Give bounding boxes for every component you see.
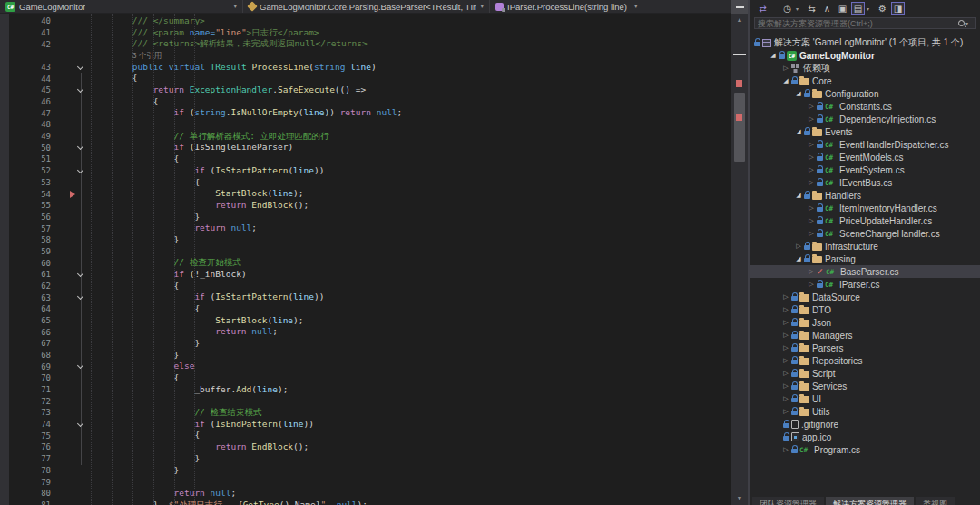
code-line[interactable]: 72: [0, 395, 731, 407]
code-line[interactable]: 63if (IsStartPattern(line)): [0, 292, 731, 303]
code-line[interactable]: 64{: [0, 303, 731, 315]
line-number[interactable]: 42: [24, 40, 51, 49]
tree-item-.gitignore[interactable]: .gitignore: [750, 418, 980, 431]
split-window-button[interactable]: [731, 0, 748, 14]
code-line[interactable]: 51{: [0, 153, 731, 165]
collapse-arrow-icon[interactable]: ◢: [794, 128, 803, 135]
line-number[interactable]: 70: [24, 373, 51, 382]
expand-arrow-icon[interactable]: ▷: [807, 115, 816, 123]
code-line[interactable]: 47if (string.IsNullOrEmpty(line)) return…: [0, 107, 731, 119]
line-number[interactable]: 72: [24, 397, 51, 406]
line-number[interactable]: 49: [24, 132, 51, 141]
line-number[interactable]: 68: [24, 351, 51, 360]
code-line[interactable]: 49// 单行解析器模式: 立即处理匹配的行: [0, 131, 731, 143]
code-line[interactable]: 77}: [0, 453, 731, 465]
line-number[interactable]: 77: [24, 454, 51, 463]
line-number[interactable]: 79: [24, 478, 51, 487]
collapse-arrow-icon[interactable]: ◢: [794, 192, 803, 199]
tree-item-parsers[interactable]: ▷Parsers: [750, 342, 980, 354]
code-line[interactable]: 50if (IsSingleLineParser): [0, 142, 731, 153]
filter-caret-icon[interactable]: ▾: [796, 5, 803, 12]
line-number[interactable]: 41: [24, 28, 51, 37]
code-line[interactable]: 45return ExceptionHandler.SafeExecute(()…: [0, 84, 731, 96]
scroll-down-icon[interactable]: ▼: [731, 494, 748, 503]
fold-chevron-icon[interactable]: [77, 64, 83, 70]
line-number[interactable]: 78: [24, 466, 51, 475]
line-number[interactable]: 61: [24, 270, 51, 279]
chevron-down-icon[interactable]: ▾: [631, 3, 642, 10]
line-number[interactable]: 63: [24, 293, 51, 302]
code-line[interactable]: 65StartBlock(line);: [0, 315, 731, 327]
expand-arrow-icon[interactable]: ▷: [781, 319, 790, 326]
search-box[interactable]: ▾: [754, 17, 976, 29]
expand-arrow-icon[interactable]: ▷: [807, 103, 816, 110]
code-line[interactable]: 78}: [0, 465, 731, 477]
collapse-arrow-icon[interactable]: ◢: [794, 255, 803, 262]
codelens-row[interactable]: 3 个引用: [0, 50, 731, 62]
tree-item-eventmodels.cs[interactable]: ▷C#EventModels.cs: [750, 151, 980, 163]
code-line[interactable]: 74if (IsEndPattern(line)): [0, 419, 731, 431]
fold-chevron-icon[interactable]: [77, 362, 83, 369]
code-line[interactable]: 67}: [0, 338, 731, 350]
preview-selected-items-icon[interactable]: ◨: [891, 2, 905, 15]
tree-item-repositories[interactable]: ▷Repositories: [750, 354, 980, 367]
line-number[interactable]: 60: [24, 259, 51, 268]
line-number[interactable]: 62: [24, 282, 51, 291]
fold-chevron-icon[interactable]: [77, 167, 83, 173]
line-number[interactable]: 58: [24, 235, 51, 244]
collapse-arrow-icon[interactable]: ◢: [794, 90, 803, 97]
chevron-down-icon[interactable]: ▾: [233, 3, 237, 10]
line-number[interactable]: 56: [24, 213, 51, 222]
tree-item-dto[interactable]: ▷DTO: [750, 303, 980, 316]
scroll-up-icon[interactable]: ▲: [731, 15, 748, 25]
line-number[interactable]: 71: [24, 385, 51, 394]
code-line[interactable]: 42/// <returns>解析结果，未完成则返回null</returns>: [0, 38, 731, 50]
type-dropdown[interactable]: GameLogMonitor.Core.Parsing.BaseParser<T…: [243, 0, 490, 13]
code-line[interactable]: 48: [0, 119, 731, 131]
tree-item-eventhandlerdispatcher.cs[interactable]: ▷C#EventHandlerDispatcher.cs: [750, 138, 980, 151]
line-number[interactable]: 44: [24, 74, 51, 84]
line-number[interactable]: 48: [24, 120, 51, 129]
expand-arrow-icon[interactable]: ▷: [781, 370, 790, 377]
scrollbar-thumb[interactable]: [734, 93, 745, 162]
code-line[interactable]: 57return null;: [0, 223, 731, 234]
expand-arrow-icon[interactable]: ▷: [781, 408, 790, 415]
chevron-down-icon[interactable]: ▾: [480, 3, 484, 10]
tree-item-ieventbus.cs[interactable]: ▷C#IEventBus.cs: [750, 176, 980, 189]
code-line[interactable]: 81}, $"处理日志行 - {GetType().Name}", null);: [0, 500, 731, 505]
code-line[interactable]: 76return EndBlock();: [0, 441, 731, 453]
show-all-files-icon[interactable]: ▤: [851, 2, 865, 15]
show-all-files-caret-icon[interactable]: ▾: [867, 5, 874, 12]
tree-item-json[interactable]: ▷Json: [750, 316, 980, 329]
code-line[interactable]: 54StartBlock(line);: [0, 188, 731, 200]
collapse-arrow-icon[interactable]: ◢: [781, 77, 790, 84]
expand-arrow-icon[interactable]: ▷: [807, 268, 816, 275]
tree-item-infrastructure[interactable]: ▷Infrastructure: [750, 240, 980, 252]
dock-tab-active[interactable]: 解决方案资源管理器: [826, 497, 914, 505]
tree-item-iparser.cs[interactable]: ▷C#IParser.cs: [750, 278, 980, 291]
fold-chevron-icon[interactable]: [77, 293, 83, 300]
line-number[interactable]: 73: [24, 408, 51, 417]
tree-item-constants.cs[interactable]: ▷C#Constants.cs: [750, 100, 980, 113]
line-number[interactable]: 81: [24, 500, 51, 505]
sync-with-active-document-icon[interactable]: ⇆: [805, 2, 818, 15]
expand-arrow-icon[interactable]: ▷: [807, 141, 816, 148]
line-number[interactable]: 64: [24, 304, 51, 313]
member-dropdown[interactable]: IParser.ProcessLine(string line) ▾: [490, 0, 748, 13]
search-icon[interactable]: [957, 19, 965, 27]
code-line[interactable]: 44{: [0, 73, 731, 84]
code-line[interactable]: 53{: [0, 177, 731, 189]
tree-item-script[interactable]: ▷Script: [750, 367, 980, 380]
code-line[interactable]: 56}: [0, 212, 731, 223]
tree-item-services[interactable]: ▷Services: [750, 380, 980, 392]
expand-arrow-icon[interactable]: ▷: [781, 357, 790, 364]
tree-item-datasource[interactable]: ▷DataSource: [750, 291, 980, 303]
tree-item-baseparser.cs[interactable]: ▷✓C#BaseParser.cs: [750, 265, 980, 278]
line-number[interactable]: 40: [24, 16, 51, 25]
search-caret-icon[interactable]: ▾: [965, 20, 973, 26]
tree-item-priceupdatehandler.cs[interactable]: ▷C#PriceUpdateHandler.cs: [750, 214, 980, 227]
line-number[interactable]: 74: [24, 420, 51, 429]
project-dropdown[interactable]: C# GameLogMonitor ▾: [0, 0, 243, 13]
code-line[interactable]: 71_buffer.Add(line);: [0, 384, 731, 396]
line-number[interactable]: 76: [24, 442, 51, 451]
